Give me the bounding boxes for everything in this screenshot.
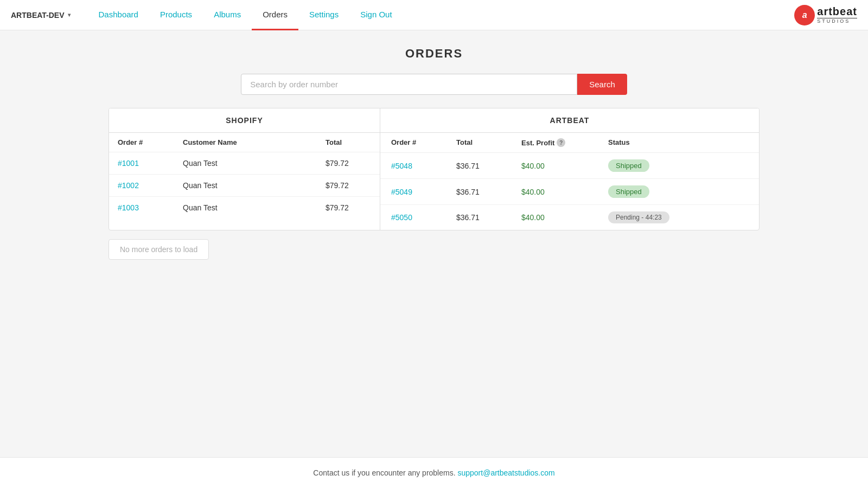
artbeat-row1-status: Shipped bbox=[608, 159, 759, 172]
status-badge-shipped-1: Shipped bbox=[608, 159, 649, 172]
artbeat-col-total: Total bbox=[456, 138, 521, 147]
shopify-section: SHOPIFY Order # Customer Name Total #100… bbox=[109, 108, 380, 230]
artbeat-row1-order[interactable]: #5048 bbox=[391, 162, 456, 170]
shopify-row-3: #1003 Quan Test $79.72 bbox=[109, 197, 380, 219]
artbeat-row3-order[interactable]: #5050 bbox=[391, 213, 456, 222]
shopify-row3-customer: Quan Test bbox=[183, 203, 326, 212]
artbeat-row3-total: $36.71 bbox=[456, 213, 521, 222]
nav-settings[interactable]: Settings bbox=[298, 0, 349, 30]
shopify-row3-order[interactable]: #1003 bbox=[118, 203, 183, 212]
shopify-row3-total: $79.72 bbox=[326, 203, 380, 212]
artbeat-row-1: #5048 $36.71 $40.00 Shipped bbox=[380, 153, 759, 179]
logo-icon: a bbox=[794, 5, 815, 25]
artbeat-row2-order[interactable]: #5049 bbox=[391, 188, 456, 196]
shopify-row-1: #1001 Quan Test $79.72 bbox=[109, 152, 380, 175]
chevron-down-icon: ▾ bbox=[68, 12, 71, 18]
no-more-orders-container: No more orders to load bbox=[108, 239, 760, 260]
brand[interactable]: ARTBEAT-DEV ▾ bbox=[11, 11, 71, 20]
search-bar: Search bbox=[11, 74, 857, 95]
logo-wordmark: artbeat bbox=[817, 5, 857, 17]
status-badge-pending-3: Pending - 44:23 bbox=[608, 211, 669, 223]
artbeat-row-2: #5049 $36.71 $40.00 Shipped bbox=[380, 179, 759, 205]
artbeat-row1-profit: $40.00 bbox=[521, 162, 608, 170]
shopify-col-customer: Customer Name bbox=[183, 138, 326, 146]
artbeat-row2-profit: $40.00 bbox=[521, 188, 608, 196]
navbar: ARTBEAT-DEV ▾ Dashboard Products Albums … bbox=[0, 0, 868, 30]
logo-studios: STUDIOS bbox=[817, 19, 857, 24]
artbeat-row3-profit: $40.00 bbox=[521, 213, 608, 222]
artbeat-col-status: Status bbox=[608, 138, 759, 147]
nav-products[interactable]: Products bbox=[149, 0, 203, 30]
artbeat-section: ARTBEAT Order # Total Est. Profit ? Stat… bbox=[380, 108, 759, 230]
artbeat-col-headers: Order # Total Est. Profit ? Status bbox=[380, 133, 759, 153]
artbeat-row2-total: $36.71 bbox=[456, 188, 521, 196]
artbeat-col-profit: Est. Profit ? bbox=[521, 138, 608, 147]
shopify-row1-customer: Quan Test bbox=[183, 159, 326, 168]
status-badge-shipped-2: Shipped bbox=[608, 185, 649, 198]
artbeat-row3-status: Pending - 44:23 bbox=[608, 211, 759, 223]
shopify-row2-order[interactable]: #1002 bbox=[118, 181, 183, 190]
shopify-header: SHOPIFY bbox=[109, 108, 380, 133]
main-content: ORDERS Search SHOPIFY Order # Customer N… bbox=[0, 30, 868, 457]
shopify-row1-order[interactable]: #1001 bbox=[118, 159, 183, 168]
artbeat-col-order: Order # bbox=[391, 138, 456, 147]
nav-links: Dashboard Products Albums Orders Setting… bbox=[88, 0, 795, 30]
footer-text: Contact us if you encounter any problems… bbox=[313, 468, 455, 477]
orders-table: SHOPIFY Order # Customer Name Total #100… bbox=[108, 108, 760, 230]
artbeat-row2-status: Shipped bbox=[608, 185, 759, 198]
shopify-row1-total: $79.72 bbox=[326, 159, 380, 168]
shopify-col-headers: Order # Customer Name Total bbox=[109, 133, 380, 152]
shopify-col-total: Total bbox=[326, 138, 380, 146]
footer: Contact us if you encounter any problems… bbox=[0, 457, 868, 488]
artbeat-row-3: #5050 $36.71 $40.00 Pending - 44:23 bbox=[380, 205, 759, 230]
page-title: ORDERS bbox=[11, 47, 857, 61]
search-input[interactable] bbox=[241, 74, 577, 95]
shopify-row-2: #1002 Quan Test $79.72 bbox=[109, 175, 380, 197]
artbeat-logo: a artbeat STUDIOS bbox=[794, 5, 857, 25]
shopify-col-order: Order # bbox=[118, 138, 183, 146]
nav-dashboard[interactable]: Dashboard bbox=[88, 0, 149, 30]
help-icon[interactable]: ? bbox=[557, 138, 565, 147]
search-button[interactable]: Search bbox=[577, 74, 627, 95]
footer-email[interactable]: support@artbeatstudios.com bbox=[457, 468, 554, 477]
shopify-row2-total: $79.72 bbox=[326, 181, 380, 190]
no-more-orders-label: No more orders to load bbox=[108, 239, 209, 260]
brand-name: ARTBEAT-DEV bbox=[11, 11, 65, 20]
nav-orders[interactable]: Orders bbox=[252, 0, 298, 30]
artbeat-row1-total: $36.71 bbox=[456, 162, 521, 170]
nav-signout[interactable]: Sign Out bbox=[349, 0, 403, 30]
nav-albums[interactable]: Albums bbox=[203, 0, 252, 30]
artbeat-header: ARTBEAT bbox=[380, 108, 759, 133]
shopify-row2-customer: Quan Test bbox=[183, 181, 326, 190]
